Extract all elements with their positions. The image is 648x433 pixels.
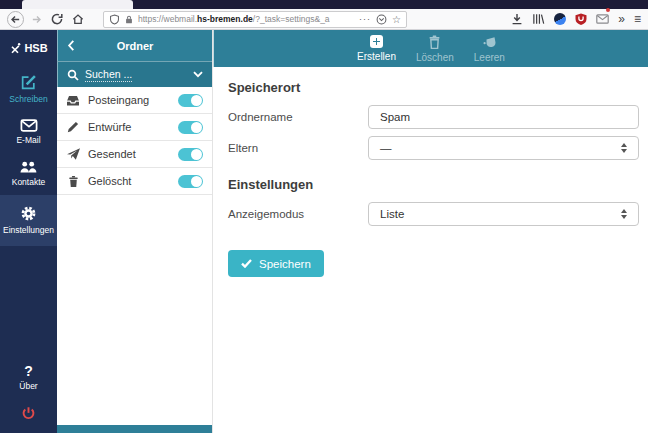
main-panel: Erstellen Löschen Leeren Speicherort Ord… xyxy=(213,30,648,433)
power-icon xyxy=(21,406,36,421)
reload-icon xyxy=(51,13,63,25)
url-text: https://webmail.hs-bremen.de/?_task=sett… xyxy=(138,14,330,24)
trash-icon xyxy=(428,35,441,49)
folder-label: Gelöscht xyxy=(88,175,131,187)
section-title-speicherort: Speicherort xyxy=(228,80,639,95)
field-label: Anzeigemodus xyxy=(228,208,368,220)
webmail-app: HSB Schreiben E-Mail Kontakte Einstellun… xyxy=(0,30,648,433)
page-actions-icon[interactable]: ··· xyxy=(359,14,371,24)
forward-arrow-icon xyxy=(31,14,42,25)
forward-button[interactable] xyxy=(31,14,42,25)
folders-footer-bar xyxy=(57,425,212,433)
empty-label: Leeren xyxy=(474,52,505,63)
folder-toggle[interactable] xyxy=(178,175,203,188)
home-button[interactable] xyxy=(72,13,84,25)
form-row-eltern: Eltern — xyxy=(228,136,639,160)
extension-icon-mail[interactable] xyxy=(596,10,609,28)
folder-toggle[interactable] xyxy=(178,148,203,161)
back-arrow-icon xyxy=(10,14,21,25)
hsb-logo-text: HSB xyxy=(24,42,47,54)
downloads-icon[interactable] xyxy=(511,13,523,25)
extension-icon-ublock[interactable] xyxy=(575,13,587,26)
paper-plane-icon xyxy=(66,148,80,160)
sidebar-item-ueber[interactable]: ? Über xyxy=(19,357,37,397)
back-chevron-icon[interactable] xyxy=(67,40,75,51)
lock-icon xyxy=(124,14,134,25)
delete-button[interactable]: Löschen xyxy=(416,35,454,63)
browser-titlebar xyxy=(0,0,648,9)
field-label: Eltern xyxy=(228,142,368,154)
folder-row-geloescht[interactable]: Gelöscht xyxy=(57,168,212,195)
select-arrows-icon xyxy=(621,143,627,153)
sidebar-item-schreiben[interactable]: Schreiben xyxy=(0,67,57,112)
menu-hamburger-icon[interactable]: ≡ xyxy=(634,12,641,26)
question-icon: ? xyxy=(19,363,37,379)
folder-properties-form: Speicherort Ordnername Spam Eltern — Ein… xyxy=(213,67,648,277)
pocket-icon[interactable] xyxy=(376,14,387,25)
url-bar[interactable]: https://webmail.hs-bremen.de/?_task=sett… xyxy=(103,11,407,28)
about-label: Über xyxy=(19,381,37,391)
gear-icon xyxy=(20,205,37,222)
logout-button[interactable] xyxy=(21,406,36,425)
check-icon xyxy=(241,259,252,268)
search-label[interactable]: Suchen ... xyxy=(85,68,132,82)
folder-row-posteingang[interactable]: Posteingang xyxy=(57,87,212,114)
field-label: Ordnername xyxy=(228,111,368,123)
sidebar-item-kontakte[interactable]: Kontakte xyxy=(0,153,57,195)
form-row-anzeigemodus: Anzeigemodus Liste xyxy=(228,202,639,226)
app-sidebar: HSB Schreiben E-Mail Kontakte Einstellun… xyxy=(0,30,57,433)
reload-button[interactable] xyxy=(51,13,63,25)
create-label: Erstellen xyxy=(357,51,396,62)
folders-title: Ordner xyxy=(117,40,154,52)
trash-icon xyxy=(66,175,80,188)
bookmark-star-icon[interactable]: ☆ xyxy=(392,14,401,25)
viewmode-select[interactable]: Liste xyxy=(368,202,639,226)
form-row-ordnername: Ordnername Spam xyxy=(228,105,639,129)
save-label: Speichern xyxy=(259,258,311,270)
folder-label: Gesendet xyxy=(88,148,136,160)
foldername-value: Spam xyxy=(380,111,410,123)
folders-panel: Ordner Suchen ... Posteingang Entwürfe xyxy=(57,30,213,433)
sidebar-item-einstellungen[interactable]: Einstellungen xyxy=(0,195,57,246)
compose-icon xyxy=(20,74,37,91)
browser-tab[interactable] xyxy=(22,0,133,9)
create-button[interactable]: Erstellen xyxy=(357,35,396,62)
section-title-einstellungen: Einstellungen xyxy=(228,177,639,192)
plus-square-icon xyxy=(370,35,383,48)
tracking-shield-icon[interactable] xyxy=(109,14,120,25)
folder-row-entwuerfe[interactable]: Entwürfe xyxy=(57,114,212,141)
home-icon xyxy=(72,13,84,25)
folder-toggle[interactable] xyxy=(178,121,203,134)
parent-select[interactable]: — xyxy=(368,136,639,160)
folder-search-bar[interactable]: Suchen ... xyxy=(57,61,212,87)
content-toolbar: Erstellen Löschen Leeren xyxy=(213,30,648,67)
envelope-icon xyxy=(20,119,38,132)
overflow-chevron-icon[interactable]: » xyxy=(618,12,625,26)
folder-label: Posteingang xyxy=(88,94,149,106)
hsb-logo: HSB xyxy=(9,42,47,54)
sidebar-item-email[interactable]: E-Mail xyxy=(0,112,57,153)
extension-icon-blue[interactable] xyxy=(554,13,566,25)
folder-label: Entwürfe xyxy=(88,121,131,133)
foldername-input[interactable]: Spam xyxy=(368,105,639,129)
sidebar-item-label: E-Mail xyxy=(16,135,40,145)
contacts-icon xyxy=(19,160,38,174)
empty-button[interactable]: Leeren xyxy=(474,35,505,63)
sidebar-item-label: Schreiben xyxy=(9,94,47,104)
folders-header: Ordner xyxy=(57,30,212,61)
empty-folder-icon xyxy=(482,35,496,49)
folder-toggle[interactable] xyxy=(178,94,203,107)
hsb-logo-icon xyxy=(9,42,21,54)
library-icon[interactable] xyxy=(532,13,545,25)
browser-navbar: https://webmail.hs-bremen.de/?_task=sett… xyxy=(0,9,648,30)
chevron-down-icon[interactable] xyxy=(193,71,203,78)
save-button[interactable]: Speichern xyxy=(228,250,324,277)
sidebar-item-label: Einstellungen xyxy=(3,225,54,235)
viewmode-value: Liste xyxy=(380,208,404,220)
folder-row-gesendet[interactable]: Gesendet xyxy=(57,141,212,168)
search-icon xyxy=(67,69,79,81)
pencil-icon xyxy=(66,121,80,133)
back-button[interactable] xyxy=(7,11,24,28)
parent-value: — xyxy=(380,142,392,154)
delete-label: Löschen xyxy=(416,52,454,63)
